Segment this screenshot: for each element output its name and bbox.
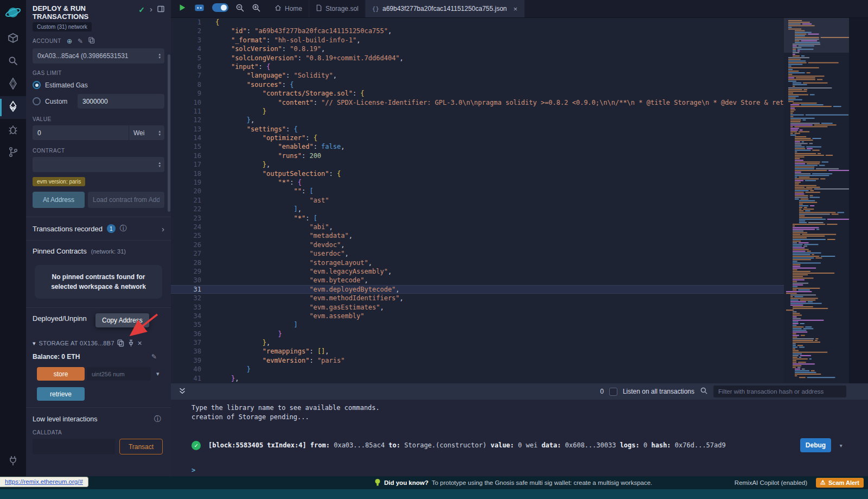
code-line[interactable]: 28 "storageLayout",: [171, 258, 784, 267]
remix-logo[interactable]: [4, 4, 22, 21]
code-line[interactable]: 33 "evm.gasEstimates",: [171, 303, 784, 312]
code-line[interactable]: 2 "id": "a69b43f277ba20fcac141151250ca75…: [171, 27, 784, 35]
line-number[interactable]: 21: [171, 196, 201, 205]
line-number[interactable]: 31: [171, 285, 201, 294]
estimated-gas-radio[interactable]: [33, 81, 41, 89]
tab-home[interactable]: Home: [268, 0, 309, 17]
code-line[interactable]: 11 }: [171, 107, 784, 116]
retrieve-button[interactable]: retrieve: [37, 387, 85, 401]
line-number[interactable]: 25: [171, 231, 201, 240]
expand-store-icon[interactable]: ▾: [156, 370, 159, 377]
line-number[interactable]: 12: [171, 116, 201, 124]
line-number[interactable]: 8: [171, 80, 201, 89]
code-line[interactable]: 38 "remappings": [],: [171, 347, 784, 356]
calldata-input[interactable]: [33, 439, 115, 454]
code-line[interactable]: 16 "runs": 200: [171, 151, 784, 160]
code-line[interactable]: 9 "contracts/Storage.sol": {: [171, 89, 784, 98]
code-line[interactable]: 30 "evm.bytecode",: [171, 276, 784, 285]
line-number[interactable]: 20: [171, 187, 201, 195]
code-line[interactable]: 22 ],: [171, 205, 784, 213]
tab-storage-sol[interactable]: Storage.sol: [309, 0, 366, 17]
unit-stepper[interactable]: ▴ ▾: [157, 130, 162, 136]
copy-address-icon[interactable]: [117, 339, 124, 347]
code-line[interactable]: 1{: [171, 18, 784, 27]
code-line[interactable]: 5 "solcLongVersion": "0.8.19+commit.7dd6…: [171, 54, 784, 62]
ai-copilot-toggle[interactable]: [212, 3, 228, 14]
transaction-log-row[interactable]: ✓ [block:5583405 txIndex:4] from: 0xa03.…: [192, 438, 868, 452]
code-line[interactable]: 32 "evm.methodIdentifiers",: [171, 294, 784, 302]
account-stepper[interactable]: ▴ ▾: [157, 53, 162, 59]
code-line[interactable]: 24 "abi",: [171, 223, 784, 231]
add-account-icon[interactable]: ⊕: [67, 38, 72, 45]
line-number[interactable]: 4: [171, 45, 201, 53]
panel-scrollbar[interactable]: [168, 54, 170, 212]
sidebar-item-git[interactable]: [0, 142, 26, 165]
code-line[interactable]: 4 "solcVersion": "0.8.19",: [171, 45, 784, 53]
line-number[interactable]: 26: [171, 241, 201, 249]
code-line[interactable]: 27 "userdoc",: [171, 249, 784, 258]
value-unit-select[interactable]: Wei ▴ ▾: [129, 125, 164, 140]
value-input[interactable]: [33, 125, 129, 140]
line-number[interactable]: 13: [171, 125, 201, 134]
sidebar-item-file-explorer[interactable]: [0, 28, 26, 50]
line-number[interactable]: 30: [171, 276, 201, 285]
code-line[interactable]: 10 "content": "// SPDX-License-Identifie…: [171, 98, 784, 107]
code-line[interactable]: 19 "*": {: [171, 178, 784, 187]
code-line[interactable]: 3 "_format": "hh-sol-build-info-1",: [171, 36, 784, 45]
code-line[interactable]: 26 "devdoc",: [171, 241, 784, 249]
run-script-icon[interactable]: [178, 3, 187, 14]
zoom-in-icon[interactable]: [252, 3, 261, 15]
line-number[interactable]: 1: [171, 18, 201, 27]
store-button[interactable]: store: [37, 367, 85, 381]
debug-button[interactable]: Debug: [800, 438, 831, 452]
chevron-right-icon[interactable]: ›: [150, 5, 152, 13]
pin-contract-icon[interactable]: [127, 339, 135, 347]
line-number[interactable]: 9: [171, 89, 201, 98]
code-line[interactable]: 21 "ast": [171, 196, 784, 205]
code-line[interactable]: 7 "language": "Solidity",: [171, 71, 784, 80]
line-number[interactable]: 17: [171, 160, 201, 169]
at-address-input[interactable]: [88, 192, 164, 208]
line-number[interactable]: 6: [171, 62, 201, 71]
line-number[interactable]: 18: [171, 169, 201, 178]
line-number[interactable]: 40: [171, 365, 201, 374]
copilot-status[interactable]: RemixAI Copilot (enabled): [735, 479, 807, 486]
store-param-input[interactable]: [87, 367, 151, 381]
line-number[interactable]: 14: [171, 134, 201, 142]
deployed-contract-header[interactable]: ▾ STORAGE AT 0X136...8B78 ×: [33, 339, 164, 348]
code-line[interactable]: 36 }: [171, 330, 784, 338]
line-number[interactable]: 7: [171, 71, 201, 80]
code-line[interactable]: 31 "evm.deployedBytecode",: [171, 285, 784, 294]
line-number[interactable]: 23: [171, 214, 201, 223]
code-line[interactable]: 17 },: [171, 160, 784, 169]
line-number[interactable]: 29: [171, 267, 201, 276]
ai-copilot-icon[interactable]: [194, 3, 205, 15]
sidebar-item-solidity-compiler[interactable]: [0, 73, 26, 96]
line-number[interactable]: 3: [171, 36, 201, 45]
editor-scroll-gutter[interactable]: [849, 18, 868, 383]
line-number[interactable]: 22: [171, 205, 201, 213]
expand-tx-icon[interactable]: ▾: [839, 441, 843, 450]
line-number[interactable]: 2: [171, 27, 201, 35]
code-editor[interactable]: 1{2 "id": "a69b43f277ba20fcac141151250ca…: [171, 18, 784, 383]
contract-select[interactable]: ▴ ▾: [33, 157, 164, 172]
code-line[interactable]: 25 "metadata",: [171, 231, 784, 240]
code-line[interactable]: 29 "evm.legacyAssembly",: [171, 267, 784, 276]
minimap[interactable]: [784, 18, 849, 383]
code-line[interactable]: 12 },: [171, 116, 784, 124]
sidebar-item-search[interactable]: [0, 50, 26, 73]
contract-stepper[interactable]: ▴ ▾: [157, 161, 162, 168]
line-number[interactable]: 32: [171, 294, 201, 302]
info-icon[interactable]: ⓘ: [154, 414, 161, 424]
line-number[interactable]: 5: [171, 54, 201, 62]
copy-account-icon[interactable]: [88, 37, 95, 45]
code-line[interactable]: 41 },: [171, 374, 784, 383]
sidebar-item-plugin-manager[interactable]: [0, 450, 26, 473]
close-tab-icon[interactable]: ×: [513, 5, 518, 13]
line-number[interactable]: 36: [171, 330, 201, 338]
code-line[interactable]: 40 }: [171, 365, 784, 374]
code-line[interactable]: 23 "*": [: [171, 214, 784, 223]
line-number[interactable]: 35: [171, 320, 201, 329]
code-line[interactable]: 13 "settings": {: [171, 125, 784, 134]
line-number[interactable]: 38: [171, 347, 201, 356]
